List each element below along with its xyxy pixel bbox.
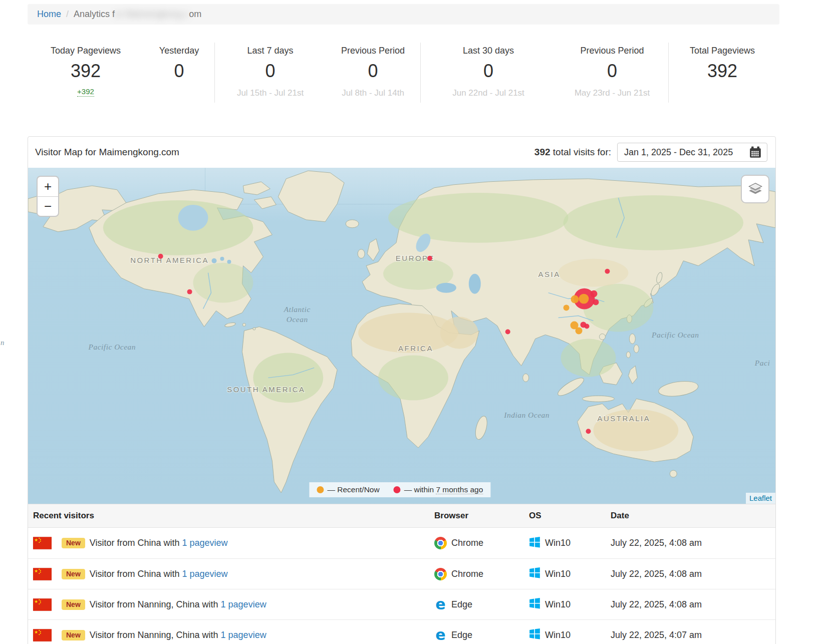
table-row: New Visitor from China with 1 pageview C… (28, 558, 775, 589)
breadcrumb: Home / Analytics for Maimengkong.com (28, 4, 779, 25)
map-label-asia: ASIA (538, 270, 561, 278)
stat-last-30-days: Last 30 days 0 Jun 22nd - Jul 21st (420, 43, 556, 103)
edge-icon: e (434, 598, 447, 611)
header-os: OS (529, 511, 611, 521)
visitor-description: Visitor from China with (90, 538, 180, 548)
windows-icon (529, 597, 540, 611)
recent-visitors-table: Recent visitors Browser OS Date New Visi… (28, 504, 775, 644)
os-name: Win10 (545, 538, 571, 548)
stat-previous-period-month: Previous Period 0 May 23rd - Jun 21st (556, 43, 668, 103)
stat-yesterday: Yesterday 0 (144, 43, 214, 103)
visitor-dot-old[interactable] (586, 429, 591, 434)
new-visitor-badge: New (62, 569, 85, 579)
chrome-icon (434, 537, 447, 549)
map-label-indian: Indian Ocean (503, 411, 550, 419)
browser-name: Chrome (451, 538, 483, 548)
visitor-dot-old[interactable] (158, 254, 163, 259)
clipped-ocean-label-fragment: n (1, 339, 5, 347)
stat-total-pageviews: Total Pageviews 392 (668, 43, 776, 103)
visit-date: July 22, 2025, 4:07 am (611, 630, 775, 640)
header-browser: Browser (434, 511, 529, 521)
total-visits-line: 392 total visits for: (534, 147, 611, 158)
new-visitor-badge: New (62, 599, 85, 610)
stats-summary-bar: Today Pageviews 392 +392 Yesterday 0 Las… (28, 43, 776, 103)
browser-name: Chrome (451, 569, 483, 579)
leaflet-attribution-link[interactable]: Leaflet (746, 493, 775, 504)
visitor-description: Visitor from Nanning, China with (90, 630, 218, 640)
table-row: New Visitor from China with 1 pageview C… (28, 528, 775, 558)
edge-icon: e (434, 629, 447, 641)
stat-today-pageviews: Today Pageviews 392 +392 (28, 43, 144, 103)
windows-icon (529, 567, 540, 581)
layers-icon (748, 183, 763, 196)
table-row: New Visitor from Nanning, China with 1 p… (28, 589, 775, 619)
date-range-picker[interactable]: Jan 1, 2025 - Dec 31, 2025 (617, 143, 767, 162)
map-label-australia: AUSTRALIA (598, 414, 651, 423)
chrome-icon (434, 568, 447, 580)
map-layers-button[interactable] (741, 175, 769, 203)
table-row: New Visitor from Nanning, China with 1 p… (28, 619, 775, 644)
map-label-pacific-east: Pacific Ocean (651, 331, 699, 339)
map-label-atlantic-2: Ocean (287, 315, 308, 324)
china-flag-icon (33, 568, 52, 580)
new-visitor-badge: New (62, 630, 85, 640)
map-legend: — Recent/Now — within 7 months ago (309, 482, 490, 497)
stat-last-7-days: Last 7 days 0 Jul 15th - Jul 21st (214, 43, 326, 103)
visitor-dot-recent[interactable] (576, 328, 583, 335)
map-zoom-control: + − (37, 176, 59, 217)
new-visitor-badge: New (62, 538, 85, 548)
pageview-link[interactable]: 1 pageview (182, 569, 228, 579)
legend-recent-dot-icon (317, 486, 324, 493)
visitor-description: Visitor from China with (90, 569, 180, 579)
os-name: Win10 (545, 630, 571, 640)
header-date: Date (611, 511, 775, 521)
visitor-dot-old[interactable] (585, 324, 590, 329)
pageview-link[interactable]: 1 pageview (221, 599, 266, 610)
legend-old-dot-icon (394, 486, 401, 493)
visitor-dot-old[interactable] (505, 330, 510, 335)
zoom-out-button[interactable]: − (38, 196, 58, 216)
date-range-value: Jan 1, 2025 - Dec 31, 2025 (624, 147, 733, 158)
breadcrumb-separator: / (66, 9, 69, 20)
pageview-link[interactable]: 1 pageview (182, 538, 228, 548)
pageview-link[interactable]: 1 pageview (221, 630, 266, 640)
blurred-domain: or Maimengkong.c (115, 9, 189, 19)
map-label-atlantic-1: Atlantic (284, 305, 311, 313)
browser-name: Edge (451, 599, 472, 610)
visitor-dot-old[interactable] (590, 290, 597, 297)
header-recent-visitors: Recent visitors (33, 511, 434, 521)
legend-old: — within 7 months ago (394, 485, 483, 494)
visitor-dot-old[interactable] (427, 256, 432, 261)
map-label-north-america: NORTH AMERICA (130, 256, 209, 264)
table-header-row: Recent visitors Browser OS Date (28, 504, 775, 528)
calendar-icon (749, 146, 762, 159)
map-label-south-america: SOUTH AMERICA (227, 385, 305, 394)
legend-old-tooltip-trigger[interactable]: 7 months ago (436, 485, 483, 494)
visitor-dot-old[interactable] (605, 269, 610, 274)
zoom-in-button[interactable]: + (38, 177, 58, 196)
os-name: Win10 (545, 569, 571, 579)
visitor-dot-recent[interactable] (564, 305, 570, 311)
map-label-africa: AFRICA (398, 344, 433, 353)
china-flag-icon (33, 629, 52, 641)
visitor-dot-old[interactable] (187, 289, 192, 294)
map-card-title: Visitor Map for Maimengkong.com (35, 147, 179, 158)
breadcrumb-home-link[interactable]: Home (37, 9, 61, 20)
os-name: Win10 (545, 599, 571, 610)
china-flag-icon (33, 537, 52, 549)
map-card-header: Visitor Map for Maimengkong.com 392 tota… (28, 137, 775, 168)
windows-icon (529, 628, 540, 642)
world-map-graphic: NORTH AMERICA EUROPE ASIA AFRICA SOUTH A… (28, 168, 775, 504)
visitor-dot-recent[interactable] (571, 295, 579, 303)
breadcrumb-current: Analytics for Maimengkong.com (74, 9, 201, 20)
visitor-dot-recent[interactable] (579, 294, 589, 304)
map-label-pacific-west: Pacific Ocean (88, 343, 136, 351)
visit-date: July 22, 2025, 4:08 am (611, 599, 775, 610)
visitor-dot-old[interactable] (593, 299, 599, 305)
visit-date: July 22, 2025, 4:08 am (611, 538, 775, 548)
visitor-description: Visitor from Nanning, China with (90, 599, 218, 610)
stat-today-delta[interactable]: +392 (77, 87, 94, 97)
visitor-map-card: Visitor Map for Maimengkong.com 392 tota… (28, 136, 776, 644)
china-flag-icon (33, 598, 52, 611)
visitor-map[interactable]: NORTH AMERICA EUROPE ASIA AFRICA SOUTH A… (28, 168, 775, 504)
